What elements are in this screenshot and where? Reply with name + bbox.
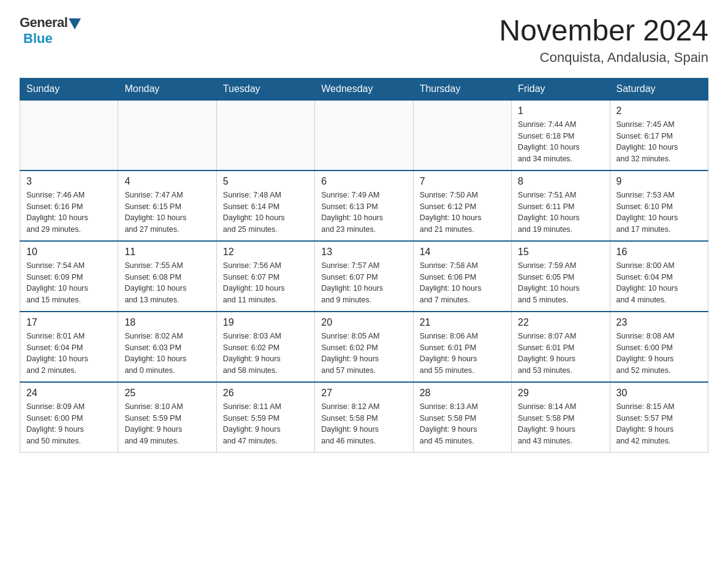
calendar-cell: 28Sunrise: 8:13 AMSunset: 5:58 PMDayligh… <box>413 382 511 453</box>
calendar-cell: 5Sunrise: 7:48 AMSunset: 6:14 PMDaylight… <box>216 170 314 241</box>
logo-general-text: General <box>20 15 67 31</box>
day-number: 6 <box>321 176 406 187</box>
day-number: 15 <box>518 247 603 258</box>
day-number: 13 <box>321 247 406 258</box>
day-number: 12 <box>223 247 308 258</box>
day-number: 10 <box>26 247 112 258</box>
page-header: General Blue November 2024 Conquista, An… <box>20 15 708 66</box>
day-number: 21 <box>420 317 505 328</box>
calendar-cell: 17Sunrise: 8:01 AMSunset: 6:04 PMDayligh… <box>20 312 118 382</box>
calendar-cell: 23Sunrise: 8:08 AMSunset: 6:00 PMDayligh… <box>610 312 708 382</box>
calendar-cell: 16Sunrise: 8:00 AMSunset: 6:04 PMDayligh… <box>610 241 708 312</box>
day-info: Sunrise: 8:13 AMSunset: 5:58 PMDaylight:… <box>420 401 505 447</box>
day-info: Sunrise: 7:50 AMSunset: 6:12 PMDaylight:… <box>420 190 505 236</box>
day-number: 24 <box>26 388 112 399</box>
calendar-cell: 19Sunrise: 8:03 AMSunset: 6:02 PMDayligh… <box>216 312 314 382</box>
day-info: Sunrise: 8:08 AMSunset: 6:00 PMDaylight:… <box>616 331 702 377</box>
logo-triangle-icon <box>69 18 81 29</box>
calendar-cell: 14Sunrise: 7:58 AMSunset: 6:06 PMDayligh… <box>413 241 511 312</box>
calendar-cell: 25Sunrise: 8:10 AMSunset: 5:59 PMDayligh… <box>118 382 216 453</box>
calendar-cell: 6Sunrise: 7:49 AMSunset: 6:13 PMDaylight… <box>315 170 413 241</box>
calendar-cell: 7Sunrise: 7:50 AMSunset: 6:12 PMDaylight… <box>413 170 511 241</box>
day-number: 18 <box>124 317 210 328</box>
day-info: Sunrise: 8:14 AMSunset: 5:58 PMDaylight:… <box>518 401 603 447</box>
calendar-cell: 21Sunrise: 8:06 AMSunset: 6:01 PMDayligh… <box>413 312 511 382</box>
day-info: Sunrise: 7:53 AMSunset: 6:10 PMDaylight:… <box>616 190 702 236</box>
day-info: Sunrise: 8:00 AMSunset: 6:04 PMDaylight:… <box>616 260 702 306</box>
day-info: Sunrise: 8:07 AMSunset: 6:01 PMDaylight:… <box>518 331 603 377</box>
day-info: Sunrise: 8:03 AMSunset: 6:02 PMDaylight:… <box>223 331 308 377</box>
day-number: 4 <box>124 176 210 187</box>
day-info: Sunrise: 7:56 AMSunset: 6:07 PMDaylight:… <box>223 260 308 306</box>
calendar-cell: 20Sunrise: 8:05 AMSunset: 6:02 PMDayligh… <box>315 312 413 382</box>
weekday-header-tuesday: Tuesday <box>216 78 314 100</box>
day-info: Sunrise: 8:10 AMSunset: 5:59 PMDaylight:… <box>124 401 210 447</box>
week-row-5: 24Sunrise: 8:09 AMSunset: 6:00 PMDayligh… <box>20 382 708 453</box>
day-number: 27 <box>321 388 406 399</box>
calendar-cell: 15Sunrise: 7:59 AMSunset: 6:05 PMDayligh… <box>512 241 610 312</box>
month-title: November 2024 <box>499 15 708 47</box>
calendar-cell: 10Sunrise: 7:54 AMSunset: 6:09 PMDayligh… <box>20 241 118 312</box>
day-number: 25 <box>124 388 210 399</box>
week-row-2: 3Sunrise: 7:46 AMSunset: 6:16 PMDaylight… <box>20 170 708 241</box>
weekday-header-wednesday: Wednesday <box>315 78 413 100</box>
weekday-header-sunday: Sunday <box>20 78 118 100</box>
day-number: 7 <box>420 176 505 187</box>
calendar-cell: 27Sunrise: 8:12 AMSunset: 5:58 PMDayligh… <box>315 382 413 453</box>
calendar-cell: 13Sunrise: 7:57 AMSunset: 6:07 PMDayligh… <box>315 241 413 312</box>
calendar-cell: 11Sunrise: 7:55 AMSunset: 6:08 PMDayligh… <box>118 241 216 312</box>
calendar-cell <box>216 100 314 170</box>
day-info: Sunrise: 7:46 AMSunset: 6:16 PMDaylight:… <box>26 190 112 236</box>
day-number: 22 <box>518 317 603 328</box>
calendar-cell: 4Sunrise: 7:47 AMSunset: 6:15 PMDaylight… <box>118 170 216 241</box>
day-number: 17 <box>26 317 112 328</box>
calendar-cell: 3Sunrise: 7:46 AMSunset: 6:16 PMDaylight… <box>20 170 118 241</box>
calendar-cell: 24Sunrise: 8:09 AMSunset: 6:00 PMDayligh… <box>20 382 118 453</box>
weekday-header-row: SundayMondayTuesdayWednesdayThursdayFrid… <box>20 78 708 100</box>
calendar-cell: 9Sunrise: 7:53 AMSunset: 6:10 PMDaylight… <box>610 170 708 241</box>
day-info: Sunrise: 8:02 AMSunset: 6:03 PMDaylight:… <box>124 331 210 377</box>
weekday-header-monday: Monday <box>118 78 216 100</box>
day-info: Sunrise: 7:55 AMSunset: 6:08 PMDaylight:… <box>124 260 210 306</box>
calendar-cell: 26Sunrise: 8:11 AMSunset: 5:59 PMDayligh… <box>216 382 314 453</box>
day-info: Sunrise: 8:01 AMSunset: 6:04 PMDaylight:… <box>26 331 112 377</box>
calendar-cell: 2Sunrise: 7:45 AMSunset: 6:17 PMDaylight… <box>610 100 708 170</box>
day-number: 1 <box>518 105 603 117</box>
day-number: 9 <box>616 176 702 187</box>
calendar-cell: 1Sunrise: 7:44 AMSunset: 6:18 PMDaylight… <box>512 100 610 170</box>
weekday-header-friday: Friday <box>512 78 610 100</box>
day-info: Sunrise: 8:12 AMSunset: 5:58 PMDaylight:… <box>321 401 406 447</box>
day-info: Sunrise: 8:11 AMSunset: 5:59 PMDaylight:… <box>223 401 308 447</box>
calendar-cell <box>20 100 118 170</box>
week-row-1: 1Sunrise: 7:44 AMSunset: 6:18 PMDaylight… <box>20 100 708 170</box>
day-info: Sunrise: 7:54 AMSunset: 6:09 PMDaylight:… <box>26 260 112 306</box>
day-info: Sunrise: 7:59 AMSunset: 6:05 PMDaylight:… <box>518 260 603 306</box>
day-info: Sunrise: 7:44 AMSunset: 6:18 PMDaylight:… <box>518 119 603 165</box>
day-info: Sunrise: 7:58 AMSunset: 6:06 PMDaylight:… <box>420 260 505 306</box>
day-info: Sunrise: 7:51 AMSunset: 6:11 PMDaylight:… <box>518 190 603 236</box>
location-title: Conquista, Andalusia, Spain <box>499 50 708 66</box>
week-row-3: 10Sunrise: 7:54 AMSunset: 6:09 PMDayligh… <box>20 241 708 312</box>
day-number: 16 <box>616 247 702 258</box>
day-info: Sunrise: 8:15 AMSunset: 5:57 PMDaylight:… <box>616 401 702 447</box>
day-number: 28 <box>420 388 505 399</box>
day-number: 23 <box>616 317 702 328</box>
day-number: 8 <box>518 176 603 187</box>
logo: General Blue <box>20 15 81 47</box>
day-info: Sunrise: 7:49 AMSunset: 6:13 PMDaylight:… <box>321 190 406 236</box>
week-row-4: 17Sunrise: 8:01 AMSunset: 6:04 PMDayligh… <box>20 312 708 382</box>
calendar-cell: 8Sunrise: 7:51 AMSunset: 6:11 PMDaylight… <box>512 170 610 241</box>
day-number: 11 <box>124 247 210 258</box>
calendar-cell <box>315 100 413 170</box>
day-number: 3 <box>26 176 112 187</box>
day-number: 19 <box>223 317 308 328</box>
day-number: 29 <box>518 388 603 399</box>
title-section: November 2024 Conquista, Andalusia, Spai… <box>499 15 708 66</box>
day-info: Sunrise: 7:48 AMSunset: 6:14 PMDaylight:… <box>223 190 308 236</box>
day-number: 5 <box>223 176 308 187</box>
calendar-cell <box>413 100 511 170</box>
calendar-table: SundayMondayTuesdayWednesdayThursdayFrid… <box>20 78 708 453</box>
weekday-header-saturday: Saturday <box>610 78 708 100</box>
day-info: Sunrise: 7:57 AMSunset: 6:07 PMDaylight:… <box>321 260 406 306</box>
day-info: Sunrise: 8:05 AMSunset: 6:02 PMDaylight:… <box>321 331 406 377</box>
